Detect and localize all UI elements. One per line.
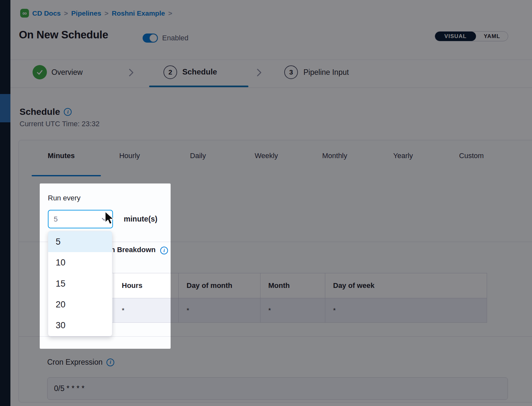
breakdown-info-icon[interactable]: i (160, 247, 168, 254)
column-header-day-of-week: Day of week (325, 273, 487, 298)
cron-expression-label: Cron Expression (47, 358, 103, 367)
current-utc-time: Current UTC Time: 23:32 (20, 120, 100, 128)
nav-rail-active-item[interactable] (0, 94, 10, 122)
table-cell-month: * (260, 298, 325, 322)
table-cell-day-of-month: * (179, 298, 260, 322)
schedule-section-heading: Schedule i (20, 107, 72, 117)
column-header-month: Month (260, 273, 325, 298)
tab-minutes[interactable]: Minutes (48, 152, 75, 160)
dropdown-option-20[interactable]: 20 (48, 294, 112, 315)
chevron-right-icon (128, 67, 134, 78)
active-tab-underline (32, 175, 101, 176)
dropdown-option-5[interactable]: 5 (48, 231, 112, 252)
tab-daily[interactable]: Daily (190, 152, 206, 160)
dropdown-option-30[interactable]: 30 (48, 315, 112, 336)
minutes-dropdown-menu: 5 10 15 20 30 (48, 231, 112, 336)
minutes-unit-label: minute(s) (124, 215, 158, 223)
left-nav-rail (0, 0, 10, 406)
toggle-knob (149, 34, 157, 42)
breadcrumb-separator: > (64, 9, 68, 17)
enabled-label: Enabled (162, 34, 189, 42)
table-header-row: Hours Day of month Month Day of week (58, 273, 487, 298)
enabled-toggle[interactable] (143, 34, 158, 43)
wizard-step-3-number: 3 (284, 65, 298, 79)
run-every-label: Run every (48, 194, 80, 202)
tab-custom[interactable]: Custom (459, 152, 484, 160)
breadcrumb-link-cd-docs[interactable]: CD Docs (32, 9, 61, 17)
tab-weekly[interactable]: Weekly (255, 152, 278, 160)
tab-hourly[interactable]: Hourly (119, 152, 140, 160)
breadcrumb-separator: > (168, 9, 172, 17)
table-cell-day-of-week: * (325, 298, 487, 322)
breadcrumb-link-roshni-example[interactable]: Roshni Example (112, 9, 165, 17)
wizard-step-schedule[interactable]: Schedule (182, 67, 217, 76)
step-complete-check-icon (33, 65, 47, 79)
breadcrumb-separator: > (105, 9, 108, 17)
cron-info-icon[interactable]: i (106, 359, 114, 366)
dropdown-option-15[interactable]: 15 (48, 273, 112, 294)
visual-yaml-switch: VISUAL YAML (435, 31, 508, 41)
wizard-step-bar (10, 60, 532, 88)
table-value-row: * * * * (58, 298, 487, 322)
breadcrumb-link-pipelines[interactable]: Pipelines (71, 9, 101, 17)
breadcrumb: ∞ CD Docs > Pipelines > Roshni Example > (20, 9, 172, 18)
page-title: On New Schedule (19, 29, 108, 41)
column-header-hours: Hours (114, 273, 179, 298)
cron-expression-label-row: Cron Expression i (47, 358, 114, 367)
column-header-day-of-month: Day of month (179, 273, 260, 298)
minutes-select-value: 5 (54, 215, 101, 223)
cron-expression-input[interactable] (47, 377, 508, 400)
tab-monthly[interactable]: Monthly (322, 152, 347, 160)
schedule-info-icon[interactable]: i (64, 108, 72, 116)
visual-button[interactable]: VISUAL (435, 32, 476, 41)
wizard-step-2-number: 2 (163, 65, 177, 79)
dropdown-option-10[interactable]: 10 (48, 252, 112, 273)
active-step-underline (149, 86, 248, 87)
cd-module-logo-icon: ∞ (20, 9, 29, 18)
yaml-button[interactable]: YAML (476, 32, 508, 41)
tab-yearly[interactable]: Yearly (393, 152, 413, 160)
mouse-cursor-icon (103, 211, 116, 227)
cron-breakdown-table: Hours Day of month Month Day of week * *… (58, 273, 487, 323)
table-cell-hours: * (114, 298, 179, 322)
wizard-step-overview[interactable]: Overview (51, 68, 83, 77)
schedule-heading-text: Schedule (20, 107, 60, 117)
chevron-right-icon (256, 67, 262, 78)
wizard-step-pipeline-input[interactable]: Pipeline Input (303, 68, 349, 77)
